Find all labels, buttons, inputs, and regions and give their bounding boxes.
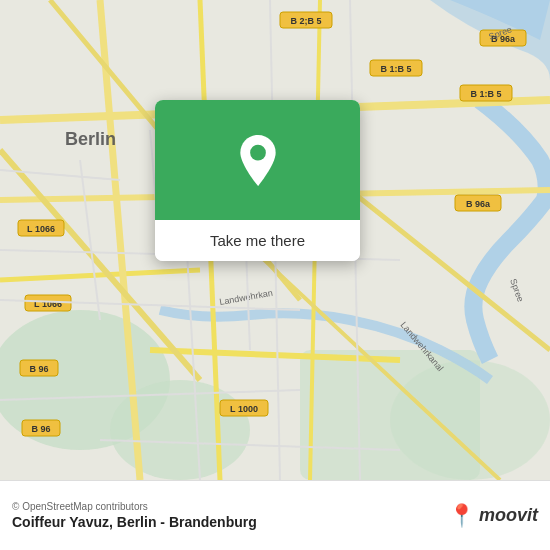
location-popup: Take me there	[155, 100, 360, 261]
popup-header	[155, 100, 360, 220]
map-area: B 2;B 5 B 1:B 5 B 1:B 5 B 96a L 1066 L 1…	[0, 0, 550, 480]
footer-info: © OpenStreetMap contributors Coiffeur Ya…	[12, 501, 257, 530]
take-me-there-button[interactable]: Take me there	[155, 220, 360, 261]
footer-bar: © OpenStreetMap contributors Coiffeur Ya…	[0, 480, 550, 550]
svg-text:L 1066: L 1066	[27, 224, 55, 234]
svg-text:B 96: B 96	[29, 364, 48, 374]
svg-text:Berlin: Berlin	[65, 129, 116, 149]
svg-text:B 2;B 5: B 2;B 5	[290, 16, 321, 26]
svg-point-4	[390, 360, 550, 480]
attribution-text: © OpenStreetMap contributors	[12, 501, 257, 512]
svg-text:B 1:B 5: B 1:B 5	[470, 89, 501, 99]
svg-text:B 1:B 5: B 1:B 5	[380, 64, 411, 74]
moovit-logo: 📍 moovit	[448, 503, 538, 529]
svg-text:B 96: B 96	[31, 424, 50, 434]
moovit-pin-icon: 📍	[448, 503, 475, 529]
svg-text:B 96a: B 96a	[466, 199, 491, 209]
location-title: Coiffeur Yavuz, Berlin - Brandenburg	[12, 514, 257, 530]
moovit-brand-text: moovit	[479, 505, 538, 526]
location-pin-icon	[234, 133, 282, 188]
svg-text:L 1000: L 1000	[230, 404, 258, 414]
svg-point-52	[250, 144, 266, 160]
